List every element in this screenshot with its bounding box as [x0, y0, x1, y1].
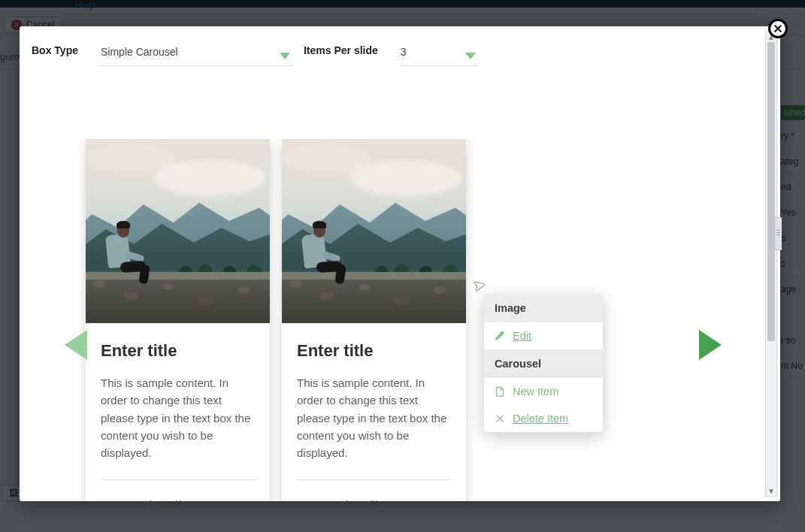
- card-description[interactable]: This is sample content. In order to chan…: [101, 374, 255, 461]
- box-type-value: Simple Carousel: [101, 46, 178, 58]
- context-menu-delete-item[interactable]: Delete Item: [484, 405, 603, 432]
- carousel-card[interactable]: Enter title This is sample content. In o…: [282, 139, 466, 501]
- file-new-icon: [495, 386, 505, 397]
- items-per-slide-label: Items Per slide: [304, 43, 378, 56]
- landscape-placeholder-icon: [86, 139, 270, 323]
- pencil-icon: [495, 331, 505, 341]
- context-menu-edit[interactable]: Edit: [484, 322, 603, 349]
- card-details-link[interactable]: Enter details: [101, 498, 191, 501]
- card-details-link[interactable]: Enter details: [297, 498, 387, 501]
- context-menu-edit-label: Edit: [513, 330, 592, 342]
- settings-modal: ▲ ▼ Box Type Simple Carousel Items Per s…: [20, 26, 780, 501]
- card-image[interactable]: [282, 139, 466, 323]
- landscape-placeholder-icon: [282, 139, 466, 323]
- carousel-next-button[interactable]: [699, 330, 722, 360]
- items-per-slide-value: 3: [401, 46, 407, 58]
- card-image[interactable]: [86, 139, 270, 323]
- carousel-prev-button[interactable]: [65, 330, 87, 360]
- card-link[interactable]: Enter link: [400, 500, 451, 501]
- context-menu-delete-item-label: Delete Item: [513, 413, 592, 425]
- card-title[interactable]: Enter title: [297, 341, 451, 361]
- card-link[interactable]: Enter link: [204, 500, 255, 501]
- box-type-select[interactable]: Simple Carousel: [99, 43, 293, 66]
- chevron-down-icon: [280, 53, 290, 59]
- context-menu-new-item[interactable]: New Item: [484, 378, 603, 405]
- context-menu-new-item-label: New Item: [513, 385, 592, 397]
- form-row: Box Type Simple Carousel Items Per slide…: [32, 43, 759, 66]
- carousel-card[interactable]: Enter title This is sample content. In o…: [86, 139, 270, 501]
- chevron-down-icon: [465, 53, 476, 59]
- items-per-slide-select[interactable]: 3: [399, 43, 479, 66]
- card-description[interactable]: This is sample content. In order to chan…: [297, 374, 451, 461]
- box-type-label: Box Type: [32, 43, 78, 56]
- context-menu-section-image: Image: [484, 294, 603, 322]
- close-icon: [495, 413, 505, 424]
- modal-close-button[interactable]: [768, 19, 788, 38]
- context-menu: Image Edit Carousel New Item Delete Item: [484, 294, 603, 432]
- context-menu-section-carousel: Carousel: [484, 349, 603, 378]
- carousel-preview: Enter title This is sample content. In o…: [62, 139, 734, 501]
- card-title[interactable]: Enter title: [101, 341, 255, 361]
- close-icon: [773, 24, 782, 33]
